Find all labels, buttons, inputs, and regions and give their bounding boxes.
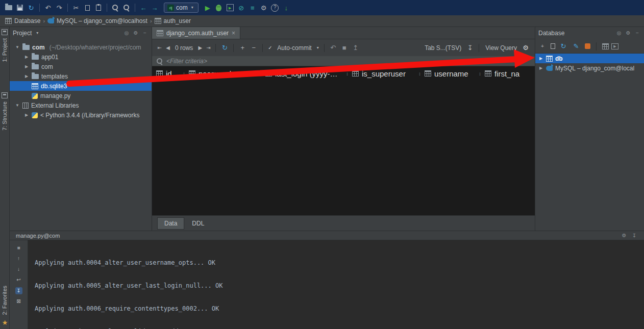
tree-row-external-libraries[interactable]: ▼ External Libraries (10, 100, 152, 110)
synchronize-icon[interactable]: ↻ (26, 3, 36, 13)
revert-changes-icon[interactable]: ↶ (328, 43, 338, 53)
tree-row-python-sdk[interactable]: ▶ < Python 3.4.4 (/Library/Frameworks (10, 110, 152, 120)
collapsed-arrow-icon[interactable]: ▶ (538, 66, 543, 70)
stop-icon[interactable]: ■ (339, 43, 350, 53)
run-with-coverage-icon[interactable]: ▶ (225, 3, 235, 13)
auto-commit-label[interactable]: Auto-commit (277, 44, 311, 52)
scroll-to-end-icon[interactable]: ↧ (15, 287, 22, 294)
update-project-icon[interactable]: ↓ (281, 3, 291, 13)
collapsed-arrow-icon[interactable]: ▶ (538, 56, 543, 61)
undo-icon[interactable]: ↶ (43, 3, 53, 13)
project-tool-icon[interactable] (2, 29, 8, 35)
collapsed-arrow-icon[interactable]: ▶ (24, 64, 29, 69)
grid-settings-gear-icon[interactable]: ⚙ (521, 43, 531, 53)
tree-row-root-com[interactable]: ▼ com (~/Desktop/whaterver/project/com (10, 42, 152, 52)
tree-row-templates[interactable]: ▶ templates (10, 71, 152, 81)
view-query-button[interactable]: View Query (485, 44, 517, 52)
copy-icon[interactable] (82, 3, 92, 13)
reload-data-icon[interactable]: ↻ (219, 43, 230, 53)
table-data-grid[interactable] (152, 81, 535, 215)
column-header-first-name[interactable]: first_na (485, 69, 535, 78)
stripe-project-button[interactable]: 1: Project (2, 38, 8, 62)
power-save-icon[interactable]: ⊘ (236, 3, 246, 13)
tree-row-db-sqlite3[interactable]: db.sqlite3 (10, 81, 152, 91)
sort-icon[interactable]: ↕ (479, 71, 481, 77)
expanded-arrow-icon[interactable]: ▼ (15, 103, 20, 108)
zoom-in-icon[interactable] (110, 3, 120, 13)
column-header-username[interactable]: username ↕ (425, 69, 485, 78)
add-row-icon[interactable]: + (237, 43, 247, 53)
favorites-star-icon[interactable]: ★ (2, 319, 8, 326)
next-page-icon[interactable]: ▶ (196, 44, 204, 52)
help-icon[interactable]: ? (270, 3, 280, 13)
cut-icon[interactable]: ✂ (71, 3, 81, 13)
tab-ddl[interactable]: DDL (185, 218, 211, 229)
stripe-structure-button[interactable]: 7: Structure (2, 102, 8, 131)
settings-icon[interactable]: ⚙ (259, 3, 269, 13)
chevron-down-icon[interactable]: ▾ (35, 30, 40, 37)
tree-row-manage-py[interactable]: manage.py (10, 91, 152, 100)
column-header-id[interactable]: id ↕ (156, 69, 189, 78)
save-all-icon[interactable] (15, 3, 25, 13)
db-tree-row-mysql[interactable]: ▶ MySQL – django_com@local (535, 63, 644, 73)
tab-data[interactable]: Data (157, 217, 184, 230)
float-mode-icon[interactable]: ◎ (615, 30, 623, 37)
debug-icon[interactable] (214, 3, 224, 13)
open-console-icon[interactable]: ▶ (611, 43, 618, 50)
scroll-down-icon[interactable]: ↓ (15, 266, 22, 273)
navigate-back-icon[interactable]: ← (138, 3, 148, 13)
locate-file-icon[interactable]: ◎ (123, 30, 130, 37)
column-header-is-superuser[interactable]: is_superuser ↕ (352, 69, 425, 78)
previous-page-icon[interactable]: ◀ (164, 44, 171, 52)
collapsed-arrow-icon[interactable]: ▶ (24, 55, 29, 59)
sort-icon[interactable]: ↕ (183, 71, 185, 77)
hide-panel-icon[interactable]: − (634, 30, 641, 37)
breadcrumb-auth-user[interactable]: auth_user (155, 17, 191, 24)
table-filter-row[interactable]: <Filter criteria> (152, 56, 535, 66)
project-panel-title[interactable]: Project (13, 30, 32, 37)
sort-icon[interactable]: ↕ (259, 71, 262, 77)
duplicate-icon[interactable] (549, 43, 556, 50)
tree-row-com[interactable]: ▶ com (10, 62, 152, 71)
console-title[interactable]: manage.py@com (16, 233, 60, 239)
clear-console-icon[interactable]: ⊠ (15, 298, 22, 305)
console-output[interactable]: Applying auth.0004_alter_user_username_o… (28, 240, 644, 329)
edit-source-icon[interactable]: ✎ (571, 41, 581, 52)
auto-commit-check-icon[interactable]: ✓ (266, 44, 274, 52)
add-data-source-icon[interactable]: + (539, 43, 546, 50)
view-options-icon[interactable]: ≡ (247, 3, 258, 13)
scroll-up-icon[interactable]: ↑ (15, 255, 22, 262)
panel-settings-icon[interactable]: ⚙ (625, 30, 632, 37)
export-format-label[interactable]: Tab S...(TSV) (425, 44, 461, 52)
panel-settings-icon[interactable]: ⚙ (132, 30, 139, 37)
console-settings-icon[interactable]: ⚙ (621, 232, 628, 239)
sort-icon[interactable]: ↕ (418, 71, 421, 77)
refresh-icon[interactable]: ↻ (558, 41, 568, 52)
collapsed-arrow-icon[interactable]: ▶ (24, 74, 29, 79)
tree-row-app01[interactable]: ▶ app01 (10, 52, 152, 62)
collapsed-arrow-icon[interactable]: ▶ (24, 113, 29, 117)
first-page-icon[interactable]: ⇤ (156, 44, 163, 52)
hide-panel-icon[interactable]: − (141, 30, 148, 37)
column-header-last-login[interactable]: last_login (yyyy-… ↕ (265, 69, 352, 78)
zoom-out-icon[interactable] (121, 3, 132, 13)
table-view-icon[interactable] (602, 43, 609, 50)
run-configuration-selector[interactable]: dj com ▾ (164, 3, 199, 13)
last-page-icon[interactable]: ⇥ (205, 44, 212, 52)
open-file-icon[interactable] (4, 3, 14, 13)
sort-icon[interactable]: ↕ (346, 71, 349, 77)
chevron-down-icon[interactable]: ▾ (315, 44, 320, 52)
submit-changes-icon[interactable]: ↥ (351, 43, 361, 53)
export-download-icon[interactable]: ↧ (465, 43, 475, 53)
paste-icon[interactable] (93, 3, 104, 13)
close-icon[interactable]: × (232, 30, 235, 37)
redo-icon[interactable]: ↷ (54, 3, 64, 13)
column-header-password[interactable]: password ↕ (189, 69, 265, 78)
dock-panel-icon[interactable]: ↧ (631, 232, 638, 239)
disconnect-icon[interactable] (584, 43, 591, 50)
stripe-favorites-button[interactable]: 2: Favorites (2, 286, 8, 315)
db-tree-row-db[interactable]: ▶ db (535, 54, 644, 63)
run-icon[interactable]: ▶ (203, 3, 213, 13)
breadcrumb-database[interactable]: Database (5, 17, 40, 24)
breadcrumb-mysql[interactable]: MySQL – django_com@localhost (47, 17, 147, 24)
